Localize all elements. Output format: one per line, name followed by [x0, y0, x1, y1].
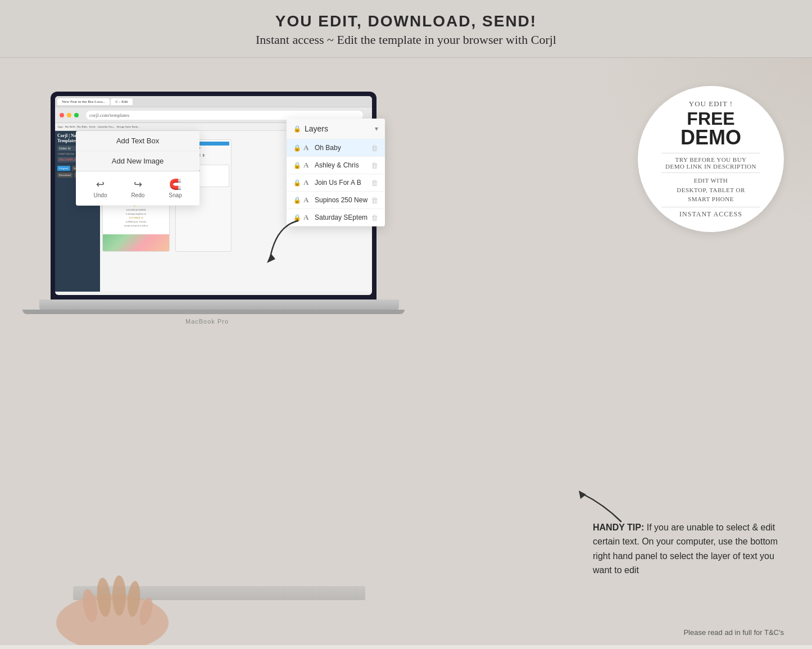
main-area: New Feat in the Bra Loca... C - Edit cor… [0, 58, 812, 645]
layer-type-a: A [303, 161, 311, 170]
demo-divider-3 [661, 207, 760, 207]
layer-type-a: A [303, 143, 311, 152]
redo-tool[interactable]: ↪ Redo [131, 178, 144, 198]
layers-lock-icon: 🔒 [293, 125, 301, 133]
redo-label: Redo [131, 192, 144, 198]
layer-type-a: A [303, 196, 311, 205]
snap-icon: 🧲 [169, 178, 182, 190]
browser-max-dot [74, 113, 79, 117]
undo-tool[interactable]: ↩ Undo [94, 178, 107, 198]
handy-tip-text: HANDY TIP: If you are unable to select &… [593, 520, 784, 578]
layer-lock-icon: 🔒 [293, 179, 300, 187]
layer-delete-icon[interactable]: 🗑 [371, 144, 378, 152]
layer-name-oh-baby: Oh Baby [315, 144, 368, 152]
layer-item-join-us[interactable]: 🔒 A Join Us For A B 🗑 [287, 174, 385, 192]
redo-icon: ↪ [134, 178, 142, 190]
demo-divider-2 [661, 173, 760, 173]
svg-marker-6 [267, 253, 275, 263]
layer-type-a: A [303, 178, 311, 187]
layer-item-oh-baby[interactable]: 🔒 A Oh Baby 🗑 [287, 139, 385, 157]
bookmark-item[interactable]: My Bells [65, 125, 75, 128]
layer-item-supinos[interactable]: 🔒 A Supinos 250 New 🗑 [287, 192, 385, 209]
layer-lock-icon: 🔒 [293, 197, 300, 204]
tool-download[interactable]: Download [57, 173, 72, 178]
inv-date2: OCTOBER 24 [105, 216, 167, 219]
snap-tool[interactable]: 🧲 Snap [169, 178, 182, 198]
demo-you-edit-text: YOU EDIT ! [689, 99, 733, 108]
laptop-brand-label: MacBook Pro [185, 318, 229, 325]
main-tools-panel: Add Text Box Add New Image ↩ Undo ↪ Redo… [76, 131, 199, 206]
floating-ui-panel: Add Text Box Add New Image ↩ Undo ↪ Redo… [287, 114, 385, 226]
hand-typing-visual [34, 533, 191, 645]
browser-tab-2[interactable]: C - Edit [111, 98, 132, 105]
browser-tab-1[interactable]: New Feat in the Bra Loca... [57, 98, 110, 105]
inv-formal: formal invitation to follow [105, 224, 167, 227]
tool-original[interactable]: Original [57, 166, 70, 171]
inv-name: SAVANNAH SMITH [105, 208, 167, 211]
layer-name-ashley-chris: Ashley & Chris [315, 161, 368, 169]
layer-name-saturday: Saturday SEptem [315, 214, 368, 221]
demo-demo-text: DEMO [681, 128, 741, 148]
laptop-base [39, 299, 399, 310]
top-banner: YOU EDIT, DOWNLOAD, SEND! Instant access… [0, 0, 812, 58]
inv-location: in Melbourne, Victoria [105, 220, 167, 223]
svg-point-3 [112, 575, 126, 616]
layer-delete-icon[interactable]: 🗑 [371, 196, 378, 205]
browser-close-dot [60, 113, 64, 117]
layer-delete-icon[interactable]: 🗑 [371, 179, 378, 187]
layer-lock-icon: 🔒 [293, 162, 300, 169]
demo-edit-with-text: EDIT WITH DESKTOP, TABLET OR SMART PHONE [677, 176, 745, 204]
layer-delete-icon[interactable]: 🗑 [371, 214, 378, 222]
laptop-bottom [22, 310, 405, 314]
demo-instant-text: INSTANT ACCESS [679, 210, 742, 219]
handy-tip-section: HANDY TIP: If you are unable to select &… [593, 520, 784, 578]
bookmark-item[interactable]: My Bubs [77, 125, 87, 128]
arrow-to-panel [258, 215, 303, 271]
bookmark-item[interactable]: Australia You... [97, 125, 115, 128]
browser-min-dot [67, 113, 71, 117]
bookmark-item[interactable]: Apps [57, 125, 63, 128]
demo-free-text: FREE [687, 110, 734, 128]
undo-icon: ↩ [96, 178, 105, 190]
bottom-credit-text: Please read ad in full for T&C's [683, 628, 784, 637]
layer-name-supinos: Supinos 250 New [315, 196, 368, 204]
layers-chevron-icon[interactable]: ▾ [375, 125, 378, 133]
add-text-box-button[interactable]: Add Text Box [76, 131, 199, 151]
banner-title: YOU EDIT, DOWNLOAD, SEND! [0, 12, 812, 30]
svg-marker-7 [579, 491, 586, 499]
demo-try-text: TRY BEFORE YOU BUY [675, 156, 746, 163]
demo-divider-1 [661, 153, 760, 153]
snap-label: Snap [169, 192, 182, 198]
bookmark-item[interactable]: Design Suite Body... [116, 125, 139, 128]
add-new-image-button[interactable]: Add New Image [76, 151, 199, 171]
inv-event: is having a baptism on [105, 212, 167, 215]
layers-title-row: 🔒 Layers [293, 124, 328, 133]
layer-name-join-us: Join Us For A B [315, 179, 368, 187]
tools-row: ↩ Undo ↪ Redo 🧲 Snap [76, 171, 199, 206]
demo-circle: YOU EDIT ! FREE DEMO TRY BEFORE YOU BUY … [638, 86, 784, 232]
layer-type-a: A [303, 213, 311, 222]
undo-label: Undo [94, 192, 107, 198]
layer-delete-icon[interactable]: 🗑 [371, 161, 378, 170]
layer-lock-icon: 🔒 [293, 144, 300, 152]
layers-panel: 🔒 Layers ▾ 🔒 A Oh Baby 🗑 🔒 A Ashley & Ch… [287, 119, 385, 226]
inv-floral-bottom [103, 234, 169, 251]
demo-link-text: DEMO LINK IN DESCRIPTION [665, 163, 756, 170]
banner-subtitle: Instant access ~ Edit the template in yo… [0, 33, 812, 47]
handy-tip-label: HANDY TIP: [593, 523, 647, 532]
layer-item-ashley-chris[interactable]: 🔒 A Ashley & Chris 🗑 [287, 157, 385, 174]
bookmark-item[interactable]: Invite [89, 125, 96, 128]
layers-panel-header: 🔒 Layers ▾ [287, 119, 385, 139]
layers-panel-title: Layers [305, 124, 328, 133]
